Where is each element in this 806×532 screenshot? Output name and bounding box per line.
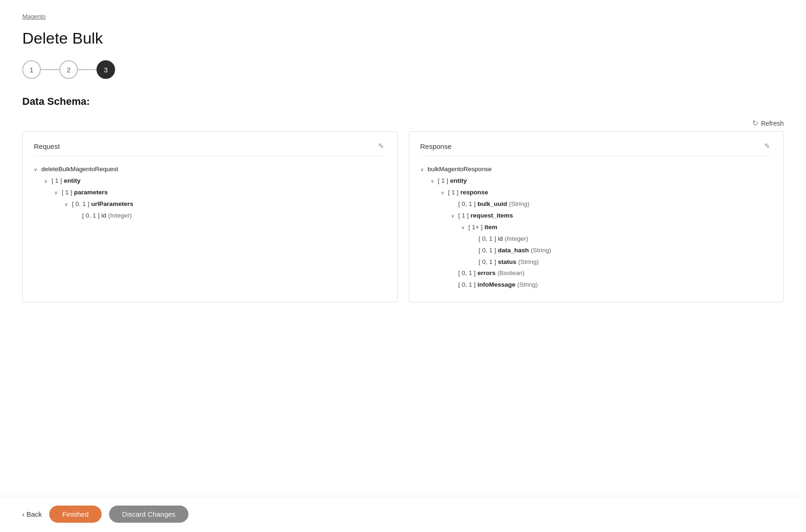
response-tree: ∨ bulkMagentoResponse ∨ [ 1 ] entity ∨: [420, 164, 773, 291]
request-items-range: [ 1 ]: [458, 211, 469, 221]
item-id-type: (Integer): [505, 234, 529, 244]
page-container: Magento Delete Bulk 1 2 3 Data Schema: ↻…: [0, 0, 806, 532]
status-type: (String): [518, 257, 539, 268]
back-button[interactable]: ‹ Back: [22, 510, 42, 518]
schema-panels: Request ✎ ∨ deleteBulkMagentoRequest ∨ […: [22, 131, 784, 302]
response-edit-button[interactable]: ✎: [762, 141, 772, 151]
tree-node-infomessage: [ 0, 1 ] infoMessage (String): [451, 279, 773, 291]
tree-node-request-items: ∨ [ 1 ] request_items: [451, 210, 773, 222]
stepper: 1 2 3: [22, 60, 784, 79]
id-label: id: [102, 211, 107, 221]
tree-children-response-root: ∨ [ 1 ] entity ∨ [ 1 ] response: [420, 175, 773, 291]
request-tree: ∨ deleteBulkMagentoRequest ∨ [ 1 ] entit…: [34, 164, 386, 222]
tree-node-resp-entity: ∨ [ 1 ] entity: [431, 175, 773, 187]
chevron-icon: ∨: [34, 166, 39, 173]
refresh-icon: ↻: [752, 119, 758, 128]
tree-node-item: ∨ [ 1+ ] item: [461, 222, 773, 233]
step-2[interactable]: 2: [59, 60, 78, 79]
infomessage-type: (String): [517, 280, 538, 290]
request-panel: Request ✎ ∨ deleteBulkMagentoRequest ∨ […: [22, 131, 398, 302]
refresh-label: Refresh: [761, 120, 784, 127]
tree-node-root-request: ∨ deleteBulkMagentoRequest: [34, 164, 386, 175]
discard-button[interactable]: Discard Changes: [109, 506, 188, 523]
request-panel-header: Request ✎: [34, 141, 386, 156]
footer: ‹ Back Finished Discard Changes: [0, 496, 806, 532]
infomessage-label: infoMessage: [477, 280, 516, 290]
response-panel: Response ✎ ∨ bulkMagentoResponse ∨ [ 1 ]…: [409, 131, 784, 302]
status-label: status: [498, 257, 516, 268]
entity-label: entity: [64, 176, 81, 186]
bulk-uuid-type: (String): [509, 199, 529, 210]
parameters-label: parameters: [74, 187, 108, 198]
tree-children-request-items: ∨ [ 1+ ] item [ 0, 1 ] id: [451, 222, 773, 268]
resp-entity-range: [ 1 ]: [438, 176, 449, 186]
tree-node-data-hash: [ 0, 1 ] data_hash (String): [471, 245, 773, 256]
root-request-label: deleteBulkMagentoRequest: [41, 164, 118, 175]
tree-node-urlparameters: ∨ [ 0, 1 ] urlParameters: [64, 199, 386, 210]
data-hash-range: [ 0, 1 ]: [479, 245, 496, 256]
root-response-label: bulkMagentoResponse: [428, 164, 492, 175]
status-range: [ 0, 1 ]: [479, 257, 496, 268]
chevron-icon: ∨: [451, 212, 457, 220]
chevron-icon: ∨: [461, 224, 467, 231]
tree-node-item-id: [ 0, 1 ] id (Integer): [471, 233, 773, 245]
tree-node-resp-response: ∨ [ 1 ] response: [441, 187, 773, 199]
resp-response-range: [ 1 ]: [448, 187, 459, 198]
tree-children-request-root: ∨ [ 1 ] entity ∨ [ 1 ] parameters: [34, 175, 386, 222]
back-label: Back: [26, 510, 42, 518]
tree-node-bulk-uuid: [ 0, 1 ] bulk_uuid (String): [451, 199, 773, 210]
request-edit-button[interactable]: ✎: [376, 141, 386, 151]
step-connector-2: [78, 69, 97, 70]
item-label: item: [484, 222, 497, 233]
tree-node-root-response: ∨ bulkMagentoResponse: [420, 164, 773, 175]
page-title: Delete Bulk: [22, 29, 784, 47]
item-id-label: id: [498, 234, 503, 244]
tree-node-status: [ 0, 1 ] status (String): [471, 256, 773, 268]
chevron-icon: ∨: [420, 166, 426, 173]
bulk-uuid-range: [ 0, 1 ]: [458, 199, 476, 210]
parameters-range: [ 1 ]: [62, 187, 72, 198]
resp-response-label: response: [460, 187, 488, 198]
errors-type: (Boolean): [497, 268, 525, 279]
response-panel-header: Response ✎: [420, 141, 773, 156]
tree-children-resp-entity: ∨ [ 1 ] response [ 0, 1 ] bulk_uuid (Str…: [431, 187, 773, 291]
tree-children-resp-response: [ 0, 1 ] bulk_uuid (String) ∨ [ 1 ] requ…: [441, 199, 773, 291]
item-range: [ 1+ ]: [469, 222, 483, 233]
tree-node-errors: [ 0, 1 ] errors (Boolean): [451, 268, 773, 279]
errors-label: errors: [477, 268, 496, 279]
urlparameters-label: urlParameters: [91, 199, 134, 210]
step-3[interactable]: 3: [97, 60, 115, 79]
entity-range: [ 1 ]: [52, 176, 62, 186]
breadcrumb[interactable]: Magento: [22, 13, 784, 20]
request-panel-label: Request: [34, 142, 60, 150]
tree-children-urlparameters: [ 0, 1 ] id (Integer): [64, 210, 386, 222]
tree-node-id: [ 0, 1 ] id (Integer): [75, 210, 386, 222]
tree-node-entity: ∨ [ 1 ] entity: [44, 175, 386, 187]
step-connector-1: [41, 69, 59, 70]
refresh-button[interactable]: ↻ Refresh: [752, 119, 784, 128]
id-type: (Integer): [108, 211, 132, 221]
bulk-uuid-label: bulk_uuid: [477, 199, 507, 210]
tree-children-item: [ 0, 1 ] id (Integer) [ 0, 1 ] data_hash: [461, 233, 773, 268]
infomessage-range: [ 0, 1 ]: [458, 280, 476, 290]
chevron-icon: ∨: [54, 189, 60, 197]
chevron-icon: ∨: [64, 200, 70, 208]
id-range: [ 0, 1 ]: [82, 211, 100, 221]
tree-children-entity: ∨ [ 1 ] parameters ∨ [ 0, 1 ] urlParamet…: [44, 187, 386, 222]
data-hash-label: data_hash: [498, 245, 529, 256]
tree-node-parameters: ∨ [ 1 ] parameters: [54, 187, 386, 199]
errors-range: [ 0, 1 ]: [458, 268, 476, 279]
tree-children-parameters: ∨ [ 0, 1 ] urlParameters [ 0, 1 ] id: [54, 199, 386, 222]
section-title: Data Schema:: [22, 96, 784, 108]
back-arrow-icon: ‹: [22, 510, 25, 518]
chevron-icon: ∨: [441, 189, 446, 197]
step-1[interactable]: 1: [22, 60, 41, 79]
resp-entity-label: entity: [450, 176, 467, 186]
finished-button[interactable]: Finished: [49, 506, 102, 523]
urlparameters-range: [ 0, 1 ]: [72, 199, 90, 210]
chevron-icon: ∨: [431, 177, 436, 185]
request-items-label: request_items: [471, 211, 513, 221]
response-panel-label: Response: [420, 142, 452, 150]
data-hash-type: (String): [531, 245, 551, 256]
item-id-range: [ 0, 1 ]: [479, 234, 496, 244]
